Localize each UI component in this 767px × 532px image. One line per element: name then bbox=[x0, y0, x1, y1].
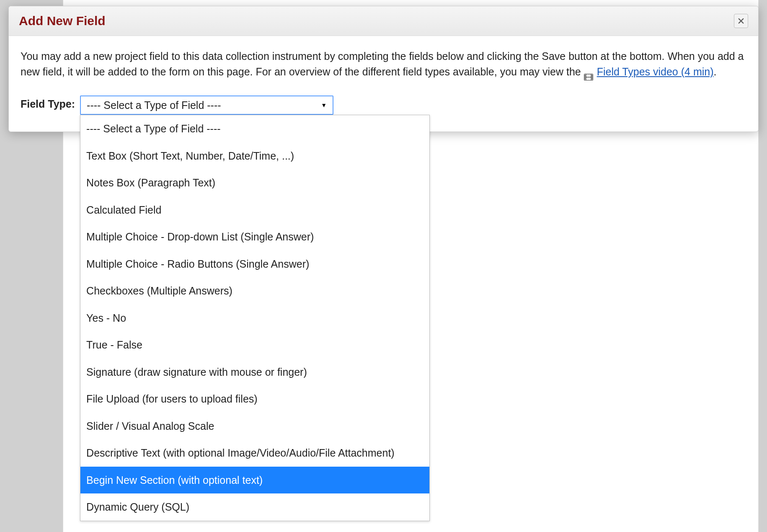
dropdown-option[interactable]: True - False bbox=[80, 331, 429, 359]
chevron-down-icon: ▼ bbox=[321, 102, 327, 108]
field-type-row: Field Type: ---- Select a Type of Field … bbox=[21, 96, 746, 115]
field-type-dropdown: ---- Select a Type of Field ----Text Box… bbox=[80, 115, 430, 521]
intro-text: You may add a new project field to this … bbox=[21, 49, 746, 80]
dropdown-option[interactable]: Calculated Field bbox=[80, 196, 429, 224]
add-new-field-modal: Add New Field You may add a new project … bbox=[8, 6, 759, 132]
dropdown-option[interactable]: Begin New Section (with optional text) bbox=[80, 467, 429, 494]
dropdown-option[interactable]: File Upload (for users to upload files) bbox=[80, 385, 429, 413]
modal-overlay: Add New Field You may add a new project … bbox=[0, 0, 767, 532]
dropdown-option[interactable]: Multiple Choice - Radio Buttons (Single … bbox=[80, 251, 429, 278]
field-type-select-wrapper: ---- Select a Type of Field ---- ▼ ---- … bbox=[80, 96, 333, 115]
dropdown-option[interactable]: Multiple Choice - Drop-down List (Single… bbox=[80, 223, 429, 251]
dropdown-option[interactable]: Yes - No bbox=[80, 305, 429, 332]
field-types-video-link[interactable]: Field Types video (4 min) bbox=[597, 66, 714, 77]
intro-part2: . bbox=[714, 66, 717, 77]
close-icon bbox=[737, 17, 745, 25]
field-type-label: Field Type: bbox=[21, 96, 75, 110]
modal-body: You may add a new project field to this … bbox=[9, 36, 758, 132]
dropdown-option[interactable]: ---- Select a Type of Field ---- bbox=[80, 115, 429, 142]
dropdown-option[interactable]: Checkboxes (Multiple Answers) bbox=[80, 277, 429, 305]
close-button[interactable] bbox=[734, 14, 748, 28]
dropdown-option[interactable]: Slider / Visual Analog Scale bbox=[80, 413, 429, 440]
modal-header: Add New Field bbox=[9, 6, 758, 36]
dropdown-option[interactable]: Dynamic Query (SQL) bbox=[80, 493, 429, 521]
dropdown-option[interactable]: Notes Box (Paragraph Text) bbox=[80, 169, 429, 196]
dropdown-option[interactable]: Signature (draw signature with mouse or … bbox=[80, 359, 429, 386]
select-current-value: ---- Select a Type of Field ---- bbox=[87, 99, 221, 111]
film-icon bbox=[584, 69, 593, 76]
modal-title: Add New Field bbox=[19, 14, 106, 28]
field-type-select[interactable]: ---- Select a Type of Field ---- ▼ bbox=[80, 96, 333, 115]
dropdown-option[interactable]: Descriptive Text (with optional Image/Vi… bbox=[80, 439, 429, 467]
dropdown-option[interactable]: Text Box (Short Text, Number, Date/Time,… bbox=[80, 142, 429, 170]
